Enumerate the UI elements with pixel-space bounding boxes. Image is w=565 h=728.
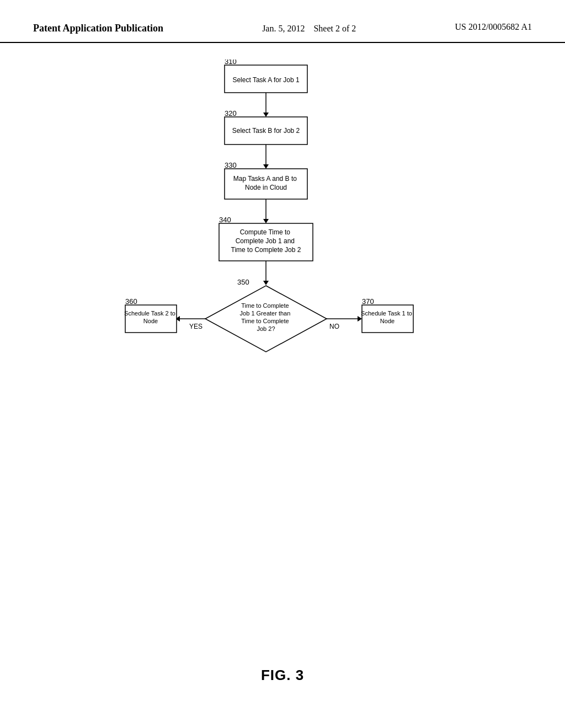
svg-marker-30 [358, 316, 362, 322]
svg-marker-14 [263, 219, 269, 223]
svg-text:NO: NO [329, 323, 339, 330]
svg-marker-4 [263, 113, 269, 117]
flowchart-svg: Select Task A for Job 1 310 Select Task … [117, 60, 448, 501]
patent-number: US 2012/0005682 A1 [455, 22, 532, 32]
flowchart-container: Select Task A for Job 1 310 Select Task … [0, 60, 565, 556]
svg-text:YES: YES [189, 323, 202, 330]
svg-text:Select Task A for Job 1: Select Task A for Job 1 [232, 76, 300, 84]
svg-text:370: 370 [362, 297, 374, 306]
publication-date: Jan. 5, 2012 [262, 24, 305, 33]
svg-text:320: 320 [225, 109, 237, 117]
svg-text:330: 330 [225, 161, 237, 169]
header-center: Jan. 5, 2012 Sheet 2 of 2 [262, 22, 356, 35]
figure-label: FIG. 3 [261, 667, 304, 684]
svg-text:340: 340 [219, 216, 231, 224]
svg-marker-19 [263, 281, 269, 285]
svg-text:310: 310 [225, 60, 237, 66]
sheet-info: Sheet 2 of 2 [313, 24, 356, 33]
publication-title: Patent Application Publication [33, 22, 163, 35]
page-header: Patent Application Publication Jan. 5, 2… [0, 0, 565, 43]
svg-text:360: 360 [125, 297, 137, 306]
svg-text:350: 350 [237, 278, 249, 286]
svg-text:Compute Time to
      Complete: Compute Time to Complete Job 1 and Time … [231, 228, 301, 254]
svg-text:Select Task B for Job 2: Select Task B for Job 2 [232, 127, 300, 135]
svg-marker-9 [263, 164, 269, 169]
